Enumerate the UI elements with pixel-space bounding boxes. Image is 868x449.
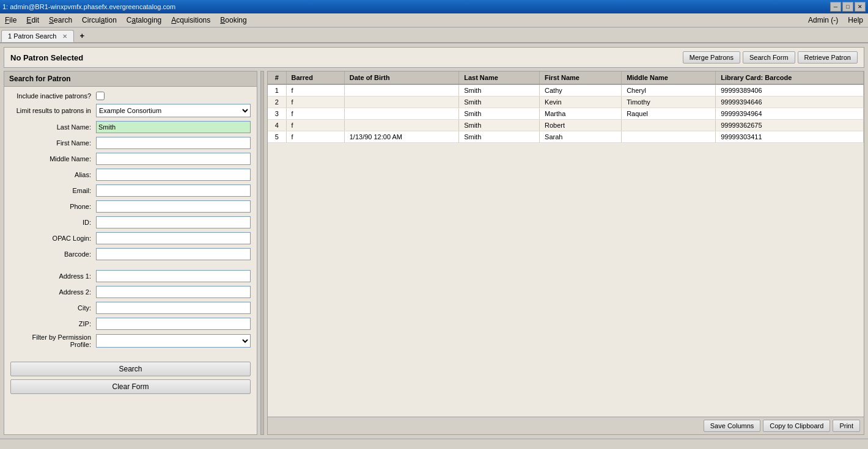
col-barred-header[interactable]: Barred <box>286 71 344 84</box>
copy-clipboard-button[interactable]: Copy to Clipboard <box>763 420 830 432</box>
cell-firstname: Martha <box>540 108 622 120</box>
filter-profile-select[interactable] <box>96 334 251 348</box>
cell-middlename: Timothy <box>622 97 716 108</box>
barcode-label: Barcode: <box>10 250 96 258</box>
city-row: City: <box>10 302 251 314</box>
address1-input[interactable] <box>96 270 251 282</box>
cell-barcode: 99999362675 <box>716 120 864 131</box>
id-row: ID: <box>10 216 251 228</box>
menu-bar: File Edit Search Circulation Cataloging … <box>0 13 868 27</box>
cell-dob <box>344 97 458 108</box>
menu-booking[interactable]: Booking <box>215 15 251 26</box>
zip-input[interactable] <box>96 318 251 330</box>
col-middlename-header[interactable]: Middle Name <box>622 71 716 84</box>
cell-barcode: 99999394964 <box>716 108 864 120</box>
menu-help[interactable]: Help <box>843 15 868 26</box>
search-form-button[interactable]: Search Form <box>743 51 795 64</box>
cell-lastname: Smith <box>459 120 540 131</box>
address2-input[interactable] <box>96 286 251 298</box>
tab-patron-search[interactable]: 1 Patron Search ✕ <box>1 30 74 42</box>
alias-input[interactable] <box>96 169 251 181</box>
filter-profile-row: Filter by Permission Profile: <box>10 334 251 348</box>
city-label: City: <box>10 304 96 312</box>
tab-close-icon[interactable]: ✕ <box>62 33 67 40</box>
middle-name-input[interactable] <box>96 153 251 165</box>
cell-barcode: 99999303411 <box>716 131 864 143</box>
email-label: Email: <box>10 187 96 194</box>
email-row: Email: <box>10 184 251 197</box>
results-bottom-bar: Save Columns Copy to Clipboard Print <box>268 417 864 434</box>
address2-label: Address 2: <box>10 288 96 296</box>
opac-login-input[interactable] <box>96 232 251 244</box>
cell-dob <box>344 108 458 120</box>
menu-search[interactable]: Search <box>44 15 77 26</box>
table-row[interactable]: 1 f Smith Cathy Cheryl 99999389406 <box>268 84 864 97</box>
menu-file[interactable]: File <box>0 15 21 26</box>
menu-cataloging[interactable]: Cataloging <box>122 15 166 26</box>
include-inactive-checkbox[interactable] <box>96 92 105 100</box>
col-num-header[interactable]: # <box>268 71 286 84</box>
include-inactive-row: Include inactive patrons? <box>10 92 251 100</box>
limit-results-label: Limit results to patrons in <box>10 107 96 114</box>
cell-dob: 1/13/90 12:00 AM <box>344 131 458 143</box>
phone-input[interactable] <box>96 200 251 213</box>
info-bar: No Patron Selected Merge Patrons Search … <box>4 47 864 68</box>
zip-row: ZIP: <box>10 318 251 330</box>
col-barcode-header[interactable]: Library Card: Barcode <box>716 71 864 84</box>
barcode-input[interactable] <box>96 248 251 260</box>
first-name-label: First Name: <box>10 139 96 147</box>
city-input[interactable] <box>96 302 251 314</box>
search-form-body: Include inactive patrons? Limit results … <box>4 87 257 357</box>
menu-circulation[interactable]: Circulation <box>77 15 122 26</box>
search-button[interactable]: Search <box>10 362 251 376</box>
print-button[interactable]: Print <box>833 420 860 432</box>
cell-middlename <box>622 131 716 143</box>
status-bar <box>0 439 868 447</box>
col-lastname-header[interactable]: Last Name <box>459 71 540 84</box>
panel-divider[interactable] <box>260 71 264 435</box>
table-row[interactable]: 4 f Smith Robert 99999362675 <box>268 120 864 131</box>
table-row[interactable]: 3 f Smith Martha Raquel 99999394964 <box>268 108 864 120</box>
maximize-button[interactable]: □ <box>842 2 853 12</box>
table-row[interactable]: 5 f 1/13/90 12:00 AM Smith Sarah 9999930… <box>268 131 864 143</box>
last-name-input[interactable] <box>96 121 251 133</box>
cell-firstname: Kevin <box>540 97 622 108</box>
menu-edit[interactable]: Edit <box>21 15 44 26</box>
search-panel: Search for Patron Include inactive patro… <box>4 71 257 435</box>
retrieve-patron-button[interactable]: Retrieve Patron <box>798 51 858 64</box>
minimize-button[interactable]: ─ <box>830 2 841 12</box>
limit-results-select[interactable]: Example Consortium <box>96 104 251 117</box>
cell-middlename: Cheryl <box>622 84 716 97</box>
middle-name-label: Middle Name: <box>10 155 96 162</box>
id-input[interactable] <box>96 216 251 228</box>
cell-barred: f <box>286 120 344 131</box>
clear-form-button[interactable]: Clear Form <box>10 379 251 394</box>
email-input[interactable] <box>96 184 251 197</box>
col-dob-header[interactable]: Date of Birth <box>344 71 458 84</box>
cell-dob <box>344 84 458 97</box>
cell-middlename <box>622 120 716 131</box>
tab-add-button[interactable]: + <box>75 29 90 42</box>
first-name-row: First Name: <box>10 137 251 149</box>
alias-row: Alias: <box>10 169 251 181</box>
table-row[interactable]: 2 f Smith Kevin Timothy 99999394646 <box>268 97 864 108</box>
menu-acquisitions[interactable]: Acquisitions <box>166 15 215 26</box>
col-firstname-header[interactable]: First Name <box>540 71 622 84</box>
cell-firstname: Sarah <box>540 131 622 143</box>
address2-row: Address 2: <box>10 286 251 298</box>
close-button[interactable]: ✕ <box>855 2 866 12</box>
first-name-input[interactable] <box>96 137 251 149</box>
zip-label: ZIP: <box>10 320 96 327</box>
merge-patrons-button[interactable]: Merge Patrons <box>683 51 740 64</box>
cell-barred: f <box>286 131 344 143</box>
cell-num: 2 <box>268 97 286 108</box>
results-table: # Barred Date of Birth Last Name First N… <box>268 71 864 143</box>
main-container: No Patron Selected Merge Patrons Search … <box>0 43 868 439</box>
results-panel: # Barred Date of Birth Last Name First N… <box>267 71 864 435</box>
last-name-row: Last Name: <box>10 121 251 133</box>
table-header-row: # Barred Date of Birth Last Name First N… <box>268 71 864 84</box>
limit-results-row: Limit results to patrons in Example Cons… <box>10 104 251 117</box>
save-columns-button[interactable]: Save Columns <box>704 420 761 432</box>
menu-admin[interactable]: Admin (-) <box>803 15 843 26</box>
cell-barred: f <box>286 108 344 120</box>
